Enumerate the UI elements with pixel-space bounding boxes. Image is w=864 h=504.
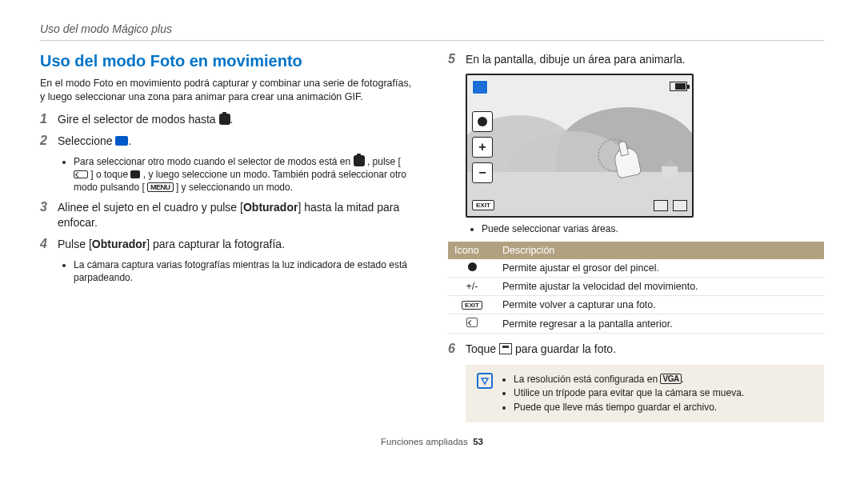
sub-item: La cámara captura varias fotografías mie… <box>74 258 416 284</box>
speed-minus-button[interactable]: − <box>472 162 493 183</box>
step-2: 2 Seleccione . <box>40 134 416 149</box>
text-fragment: Gire el selector de modos hasta <box>58 113 219 126</box>
content-columns: Uso del modo Foto en movimiento En el mo… <box>40 52 824 422</box>
step-text: Gire el selector de modos hasta . <box>58 112 416 127</box>
mode-dial-icon <box>354 155 365 166</box>
back-arrow-icon <box>466 318 478 327</box>
menu-button-label: MENU <box>147 182 174 192</box>
save-screen-button[interactable] <box>673 200 687 211</box>
speed-plus-button[interactable]: + <box>472 137 493 158</box>
step-number: 4 <box>40 237 58 252</box>
table-row: +/- Permite ajustar la velocidad del mov… <box>448 278 824 296</box>
table-row: Permite ajustar el grosor del pincel. <box>448 259 824 278</box>
step-text: Alinee el sujeto en el cuadro y pulse [O… <box>58 200 416 230</box>
brush-dot-icon <box>468 262 477 271</box>
screen-bottombar: EXIT <box>472 200 687 211</box>
step-1: 1 Gire el selector de modos hasta . <box>40 112 416 127</box>
note-info-icon <box>477 373 493 389</box>
screen-side-controls: + − <box>472 111 493 183</box>
step-number: 1 <box>40 112 58 127</box>
step-4: 4 Pulse [Obturador] para capturar la fot… <box>40 237 416 252</box>
page-number: 53 <box>473 437 483 446</box>
screen-topbar <box>472 80 687 94</box>
text-fragment: para guardar la foto. <box>515 342 616 355</box>
step-number: 2 <box>40 134 58 149</box>
step-6: 6 Toque para guardar la foto. <box>448 342 824 357</box>
section-title: Uso del modo Foto en movimiento <box>40 52 416 70</box>
manual-page: Uso del modo Mágico plus Uso del modo Fo… <box>0 0 864 454</box>
step-number: 5 <box>448 52 466 67</box>
step-text: Seleccione . <box>58 134 416 149</box>
desc-cell: Permite regresar a la pantalla anterior. <box>496 314 824 334</box>
desc-cell: Permite volver a capturar una foto. <box>496 296 824 314</box>
text-fragment: Seleccione <box>58 134 115 147</box>
step-text: En la pantalla, dibuje un área para anim… <box>466 52 824 67</box>
text-fragment: Toque <box>466 342 499 355</box>
text-fragment: . <box>682 374 684 385</box>
exit-icon: EXIT <box>462 301 482 310</box>
step-text: Pulse [Obturador] para capturar la fotog… <box>58 237 416 252</box>
text-fragment: . <box>128 134 131 147</box>
right-column: 5 En la pantalla, dibuje un área para an… <box>448 52 824 422</box>
hand-gesture-illustration <box>596 132 644 180</box>
table-row: Permite regresar a la pantalla anterior. <box>448 314 824 334</box>
battery-icon <box>670 82 687 91</box>
intro-text: En el modo Foto en movimiento podrá capt… <box>40 77 416 104</box>
home-icon <box>130 170 140 178</box>
table-header-icon: Icono <box>448 242 496 259</box>
step-2-sublist: Para seleccionar otro modo cuando el sel… <box>74 155 416 194</box>
mode-dial-icon <box>219 114 230 125</box>
text-fragment: , pulse [ <box>367 156 401 167</box>
page-footer: Funciones ampliadas 53 <box>40 437 824 446</box>
text-fragment: ] para capturar la fotografía. <box>146 238 285 250</box>
text-fragment: La resolución está configurada en <box>514 374 660 385</box>
step-5: 5 En la pantalla, dibuje un área para an… <box>448 52 824 67</box>
text-fragment: Para seleccionar otro modo cuando el sel… <box>74 156 354 167</box>
step-5-sublist: Puede seleccionar varias áreas. <box>482 222 824 235</box>
step-number: 6 <box>448 342 466 357</box>
exit-button[interactable]: EXIT <box>472 200 494 210</box>
back-screen-button[interactable] <box>654 200 668 211</box>
page-header: Uso del modo Mágico plus <box>40 22 824 41</box>
motion-photo-icon <box>115 136 128 146</box>
desc-cell: Permite ajustar la velocidad del movimie… <box>496 278 824 296</box>
icon-description-table: Icono Descripción Permite ajustar el gro… <box>448 242 824 334</box>
step-4-sublist: La cámara captura varias fotografías mie… <box>74 258 416 284</box>
table-header-desc: Descripción <box>496 242 824 259</box>
step-text: Toque para guardar la foto. <box>466 342 824 357</box>
mode-indicator-icon <box>472 80 488 94</box>
icon-cell: +/- <box>448 278 496 296</box>
left-column: Uso del modo Foto en movimiento En el mo… <box>40 52 416 422</box>
return-button-icon <box>74 170 88 178</box>
icon-cell <box>448 314 496 334</box>
house-shape <box>662 166 678 178</box>
text-fragment: ] o toque <box>90 169 130 180</box>
text-fragment: . <box>230 113 234 126</box>
note-list: La resolución está configurada en VGA. U… <box>514 373 744 414</box>
desc-cell: Permite ajustar el grosor del pincel. <box>496 259 824 278</box>
sub-item: Puede seleccionar varias áreas. <box>482 222 824 235</box>
text-fragment: Alinee el sujeto en el cuadro y pulse [ <box>58 201 243 214</box>
vga-label: VGA <box>660 374 681 384</box>
landscape-bg <box>467 75 692 216</box>
note-item: Utilice un trípode para evitar que la cá… <box>514 386 744 400</box>
footer-section: Funciones ampliadas <box>381 437 468 446</box>
text-fragment: Pulse [ <box>58 238 92 250</box>
save-icon <box>499 343 512 354</box>
step-number: 3 <box>40 200 58 230</box>
brush-size-button[interactable] <box>472 111 493 132</box>
dot-icon <box>478 117 487 126</box>
icon-cell: EXIT <box>448 296 496 314</box>
text-fragment: ] y seleccionando un modo. <box>176 182 293 193</box>
icon-cell <box>448 259 496 278</box>
note-item: Puede que lleve más tiempo guardar el ar… <box>514 401 744 414</box>
bottom-right-controls <box>649 200 687 211</box>
camera-screen-illustration: + − EXIT <box>466 74 694 218</box>
sub-item: Para seleccionar otro modo cuando el sel… <box>74 155 416 194</box>
table-row: EXIT Permite volver a capturar una foto. <box>448 296 824 314</box>
step-3: 3 Alinee el sujeto en el cuadro y pulse … <box>40 200 416 230</box>
shutter-label: Obturador <box>92 238 146 250</box>
shutter-label: Obturador <box>243 201 298 214</box>
note-item: La resolución está configurada en VGA. <box>514 373 744 386</box>
note-box: La resolución está configurada en VGA. U… <box>466 365 824 422</box>
